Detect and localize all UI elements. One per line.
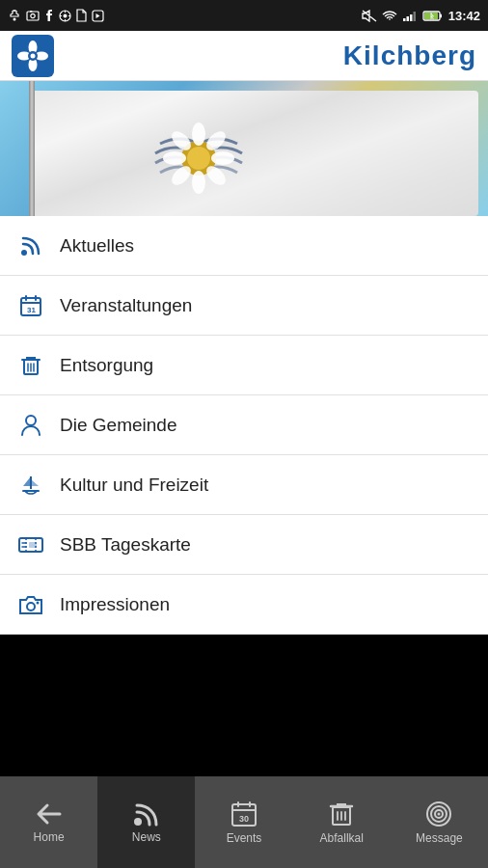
svg-rect-10 [413, 12, 416, 21]
svg-rect-12 [440, 14, 442, 17]
svg-point-2 [31, 14, 35, 17]
nav-rss-icon [133, 801, 160, 827]
svg-rect-7 [403, 18, 406, 21]
hero-image [0, 81, 488, 216]
shazam-icon [59, 10, 71, 22]
svg-point-0 [14, 18, 16, 21]
menu-item-gemeinde[interactable]: Die Gemeinde [0, 395, 488, 455]
camera-icon [15, 589, 46, 620]
facebook-icon [44, 9, 54, 22]
svg-point-22 [187, 147, 210, 170]
menu-item-kultur[interactable]: Kultur und Freizeit [0, 455, 488, 515]
svg-point-25 [163, 151, 186, 165]
svg-text:30: 30 [239, 814, 249, 824]
menu-label-impressionen: Impressionen [60, 594, 170, 615]
nav-label-home: Home [34, 830, 65, 844]
rss-icon [15, 231, 46, 261]
mute-icon [362, 10, 377, 22]
app-logo [12, 35, 54, 77]
photo-icon [26, 10, 40, 21]
flag-decoration [150, 105, 247, 202]
svg-rect-3 [30, 11, 33, 13]
app-title: Kilchberg [343, 41, 476, 71]
menu-label-gemeinde: Die Gemeinde [60, 415, 176, 436]
svg-point-24 [192, 171, 205, 194]
menu-item-sbb[interactable]: SBB Tageskarte [0, 515, 488, 575]
status-left-icons [8, 9, 104, 22]
back-arrow-icon [35, 801, 64, 827]
bottom-nav: Home News 30 Events Abfallkal [0, 776, 488, 868]
status-right-icons: 13:42 [362, 9, 480, 23]
status-bar: 13:42 [0, 0, 488, 31]
play-icon [92, 10, 104, 22]
nav-item-message[interactable]: Message [391, 776, 488, 868]
nav-item-abfallkal[interactable]: Abfallkal [293, 776, 391, 868]
svg-point-26 [211, 151, 234, 165]
nav-trash-icon [329, 800, 354, 827]
nav-label-abfallkal: Abfallkal [320, 831, 364, 845]
menu-item-veranstaltungen[interactable]: 31 Veranstaltungen [0, 276, 488, 336]
menu-label-entsorgung: Entsorgung [60, 355, 153, 376]
battery-icon [422, 10, 444, 22]
nav-item-home[interactable]: Home [0, 776, 97, 868]
svg-point-31 [21, 250, 27, 256]
svg-text:31: 31 [27, 306, 36, 314]
svg-point-38 [27, 603, 35, 610]
svg-point-23 [192, 122, 205, 146]
svg-rect-37 [29, 542, 37, 548]
svg-rect-8 [406, 16, 409, 21]
trash-icon [15, 350, 46, 381]
svg-rect-1 [27, 12, 39, 20]
nav-label-news: News [132, 830, 161, 844]
ticket-icon [15, 529, 46, 560]
nav-label-message: Message [416, 831, 463, 845]
signal-icon [402, 10, 418, 22]
sailboat-icon [15, 470, 46, 501]
menu-item-entsorgung[interactable]: Entsorgung [0, 336, 488, 395]
file-icon [76, 9, 87, 22]
person-icon [15, 410, 46, 441]
svg-point-47 [438, 812, 441, 815]
menu-item-impressionen[interactable]: Impressionen [0, 575, 488, 635]
menu-label-sbb: SBB Tageskarte [60, 534, 191, 556]
calendar-icon: 31 [15, 290, 46, 321]
flag [35, 91, 478, 216]
svg-point-5 [64, 14, 68, 17]
menu-label-aktuelles: Aktuelles [60, 235, 134, 257]
svg-point-39 [37, 601, 40, 604]
svg-point-40 [134, 818, 142, 826]
menu-label-kultur: Kultur und Freizeit [60, 475, 208, 496]
svg-rect-9 [410, 14, 413, 21]
nav-item-news[interactable]: News [97, 776, 195, 868]
svg-point-35 [26, 416, 36, 425]
menu-list: Aktuelles 31 Veranstaltungen Entsorgung [0, 216, 488, 635]
nav-item-events[interactable]: 30 Events [195, 776, 292, 868]
menu-label-veranstaltungen: Veranstaltungen [60, 295, 192, 316]
nav-label-events: Events [227, 831, 262, 845]
target-icon [425, 800, 452, 827]
nav-calendar-icon: 30 [230, 800, 258, 827]
usb-icon [8, 9, 21, 22]
app-header: Kilchberg [0, 31, 488, 81]
wifi-icon [382, 10, 397, 22]
menu-item-aktuelles[interactable]: Aktuelles [0, 216, 488, 276]
svg-point-20 [31, 53, 36, 58]
time-display: 13:42 [448, 9, 480, 23]
